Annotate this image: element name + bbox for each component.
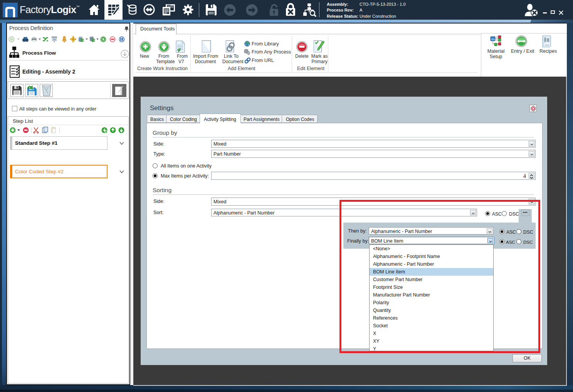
svg-text:MU: MU	[491, 38, 495, 40]
